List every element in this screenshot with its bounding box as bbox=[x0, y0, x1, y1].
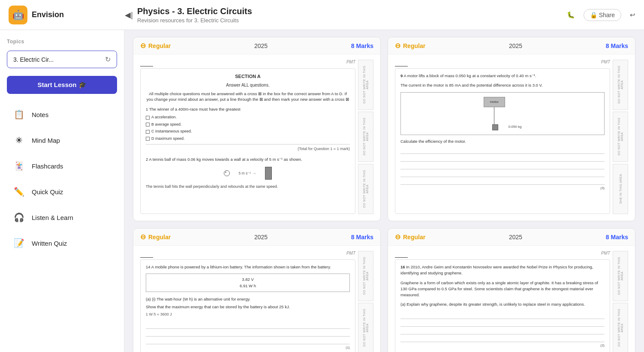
card-4-pmt: PMT bbox=[395, 251, 610, 256]
tennis-ball-diagram: 5 m s⁻¹ → bbox=[146, 167, 350, 180]
option-c: C instantaneous speed. bbox=[146, 129, 350, 135]
card-1-year: 2025 bbox=[254, 42, 268, 49]
top-header: 🤖 Envision ◀| Physics - 3. Electric Circ… bbox=[0, 0, 644, 30]
card-4-content: 16 In 2010, Andre Geim and Konstantin No… bbox=[395, 259, 610, 352]
motor-diagram: motor 0.050 kg bbox=[400, 92, 605, 135]
hanging-label: 0.050 kg bbox=[509, 124, 522, 129]
header-center: Physics - 3. Electric Circuits Revision … bbox=[133, 6, 567, 24]
sidebar-item-notes[interactable]: 📋 Notes bbox=[7, 103, 117, 126]
listenlearn-icon: 🎧 bbox=[12, 211, 26, 224]
card-1-instructions: All multiple choice questions must be an… bbox=[146, 91, 350, 102]
qa-text: (a) (i) The watt-hour (W h) is an altern… bbox=[146, 296, 350, 302]
card-3-pmt: PMT bbox=[140, 251, 355, 256]
card-3-year: 2025 bbox=[254, 234, 268, 241]
card-1-pmt: PMT bbox=[140, 60, 355, 64]
start-lesson-button[interactable]: Start Lesson 🎓 bbox=[7, 76, 117, 94]
notes-label: Notes bbox=[32, 111, 48, 118]
page-subtitle: Revision resources for 3. Electric Circu… bbox=[137, 17, 567, 24]
paper-card-4: ⊖ Regular 2025 8 Marks PMT 16 In 2010, A… bbox=[388, 228, 635, 352]
card-2-body: PMT 9 A motor lifts a block of mass 0.05… bbox=[388, 54, 635, 219]
calculate-text: Calculate the efficiency of the motor. bbox=[400, 138, 605, 144]
card-2-content: 9 A motor lifts a block of mass 0.050 kg… bbox=[395, 68, 610, 214]
card-2-header: ⊖ Regular 2025 8 Marks bbox=[388, 37, 635, 54]
ball-icon bbox=[224, 170, 230, 176]
card-4-type: ⊖ Regular bbox=[395, 233, 425, 241]
sidebar: Topics 3. Electric Cir... ↻ Start Lesson… bbox=[0, 30, 124, 352]
collapse-sidebar-button[interactable]: ◀| bbox=[125, 10, 133, 20]
header-actions: 🐛 🔒 Share ↩ bbox=[567, 9, 635, 21]
sidebar-item-writtenquiz[interactable]: 📝 Written Quiz bbox=[7, 232, 117, 254]
qa-subtext: Show that the maximum energy that can be… bbox=[146, 304, 350, 310]
quickquiz-label: Quick Quiz bbox=[32, 188, 63, 196]
card-2-type: ⊖ Regular bbox=[395, 42, 425, 50]
refresh-icon[interactable]: ↻ bbox=[105, 55, 111, 63]
paper-card-2: ⊖ Regular 2025 8 Marks PMT 9 A motor lif… bbox=[388, 37, 635, 221]
answer-lines-2 bbox=[400, 147, 605, 185]
topic-selector[interactable]: 3. Electric Cir... ↻ bbox=[7, 51, 117, 68]
flashcards-icon: 🃏 bbox=[12, 159, 26, 173]
card-1-header: ⊖ Regular 2025 8 Marks bbox=[133, 37, 380, 54]
q9-text: 9 A motor lifts a block of mass 0.050 kg… bbox=[400, 73, 605, 79]
q9-text2: The current in the motor is 85 mA and th… bbox=[400, 82, 605, 88]
writtenquiz-icon: 📝 bbox=[12, 236, 26, 250]
paper-card-3: ⊖ Regular 2025 8 Marks PMT 14 A mobile p… bbox=[133, 228, 381, 352]
card-1-body: PMT SECTION A Answer ALL questions. All … bbox=[133, 54, 380, 219]
battery-table: 3.82 V 6.91 W h bbox=[146, 274, 350, 292]
sidebar-item-flashcards[interactable]: 🃏 Flashcards bbox=[7, 155, 117, 177]
card-3-side-strip: DO NOT WRITE IN THIS AREA DO NOT WRITE I… bbox=[358, 251, 373, 352]
sidebar-item-listenlearn[interactable]: 🎧 Listen & Learn bbox=[7, 206, 117, 229]
card-1-marks: 8 Marks bbox=[351, 42, 373, 49]
flashcards-label: Flashcards bbox=[32, 162, 63, 170]
card-2-side-strip: DO NOT WRITE IN THIS AREA DO NOT WRITE I… bbox=[613, 60, 628, 214]
card-3-marks: 8 Marks bbox=[351, 234, 373, 241]
sidebar-item-quickquiz[interactable]: ✏️ Quick Quiz bbox=[7, 181, 117, 203]
option-a: A acceleration. bbox=[146, 114, 350, 120]
answer-lines-4 bbox=[400, 312, 605, 342]
notes-icon: 📋 bbox=[12, 108, 26, 121]
quickquiz-icon: ✏️ bbox=[12, 185, 26, 199]
option-b: B average speed. bbox=[146, 122, 350, 128]
q14-text: 14 A mobile phone is powered by a lithiu… bbox=[146, 264, 350, 270]
card-3-body: PMT 14 A mobile phone is powered by a li… bbox=[133, 246, 380, 352]
q16-body: Graphene is a form of carbon which exist… bbox=[400, 280, 605, 298]
q16-qa-text: (a) Explain why graphene, despite its gr… bbox=[400, 301, 605, 307]
app-name: Envision bbox=[32, 10, 64, 19]
exit-button[interactable]: ↩ bbox=[630, 11, 635, 19]
card-2-pmt: PMT bbox=[395, 60, 610, 64]
mindmap-icon: ✳ bbox=[12, 133, 26, 147]
bug-button[interactable]: 🐛 bbox=[567, 11, 575, 19]
card-2-year: 2025 bbox=[509, 42, 522, 49]
content-area: ⊖ Regular 2025 8 Marks PMT SECTION A Ans… bbox=[124, 30, 644, 352]
card-4-body: PMT 16 In 2010, Andre Geim and Konstanti… bbox=[388, 246, 635, 352]
mindmap-label: Mind Map bbox=[32, 137, 60, 144]
motor-box: motor bbox=[484, 97, 505, 107]
question-1: 1 The winner of a 400m-race must have th… bbox=[146, 106, 350, 152]
card-4-year: 2025 bbox=[509, 234, 522, 241]
hanging-mass-box bbox=[492, 124, 498, 130]
card-4-side-strip: DO NOT WRITE IN THIS AREA DO NOT WRITE I… bbox=[613, 251, 628, 352]
card-1-content: SECTION A Answer ALL questions. All mult… bbox=[140, 68, 355, 214]
card-1-side-strip: DO NOT WRITE IN THIS AREA DO NOT WRITE I… bbox=[358, 60, 373, 214]
card-3-content: 14 A mobile phone is powered by a lithiu… bbox=[140, 259, 355, 352]
card-4-marks: 8 Marks bbox=[606, 234, 628, 241]
writtenquiz-label: Written Quiz bbox=[32, 240, 67, 247]
sidebar-item-mindmap[interactable]: ✳ Mind Map bbox=[7, 129, 117, 151]
paper-card-1: ⊖ Regular 2025 8 Marks PMT SECTION A Ans… bbox=[133, 37, 381, 221]
card-4-header: ⊖ Regular 2025 8 Marks bbox=[388, 229, 635, 246]
qa-hint: 1 W h = 3600 J bbox=[146, 312, 350, 318]
topic-name: 3. Electric Cir... bbox=[13, 56, 54, 63]
answer-lines-3 bbox=[146, 322, 350, 344]
velocity-arrow: 5 m s⁻¹ → bbox=[238, 171, 256, 176]
page-title: Physics - 3. Electric Circuits bbox=[137, 6, 567, 16]
main-container: Topics 3. Electric Cir... ↻ Start Lesson… bbox=[0, 30, 644, 352]
card-1-type: ⊖ Regular bbox=[140, 42, 171, 50]
card-2-marks: 8 Marks bbox=[606, 42, 628, 49]
card-3-type: ⊖ Regular bbox=[140, 233, 171, 241]
card-3-header: ⊖ Regular 2025 8 Marks bbox=[133, 229, 380, 246]
topics-label: Topics bbox=[7, 39, 117, 45]
option-d: D maximum speed. bbox=[146, 136, 350, 142]
listenlearn-label: Listen & Learn bbox=[32, 214, 73, 221]
share-button[interactable]: 🔒 Share bbox=[584, 9, 621, 21]
app-logo-icon: 🤖 bbox=[9, 6, 27, 24]
question-2: 2 A tennis ball of mass 0.06 kg moves to… bbox=[146, 156, 350, 190]
